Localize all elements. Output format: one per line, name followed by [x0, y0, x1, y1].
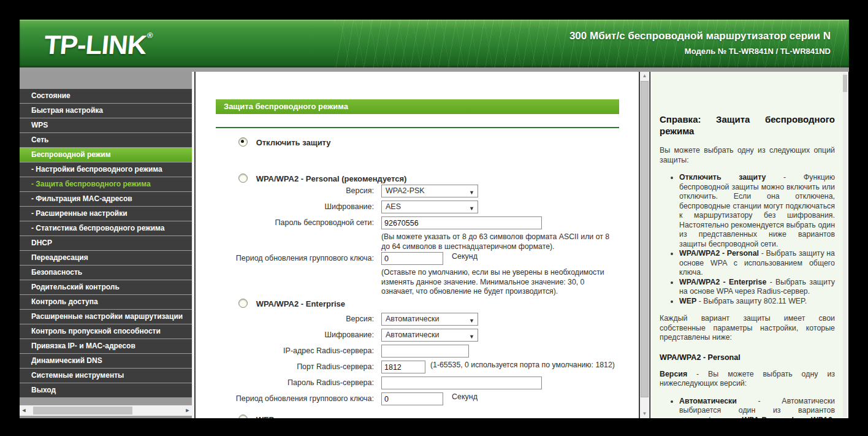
sidebar-item[interactable]: Системные инструменты: [20, 369, 192, 383]
help-personal-heading: WPA/WPA2 - Personal: [660, 353, 835, 362]
enterprise-version-row: Версия: Автоматически▼: [216, 313, 639, 326]
sidebar-horizontal-scrollbar[interactable]: ◄ ►: [20, 405, 192, 416]
main-content: Защита беспроводного режима Отключить за…: [196, 72, 639, 418]
enterprise-group-key-input[interactable]: [381, 392, 443, 405]
dropdown-icon: ▼: [469, 187, 474, 199]
personal-encryption-select[interactable]: AES▼: [381, 201, 478, 213]
sidebar-item[interactable]: Динамический DNS: [20, 354, 192, 368]
radius-ip-label: IP-адрес Radius-сервера:: [216, 346, 374, 355]
sidebar-nav: СостояниеБыстрая настройкаWPSСетьБеспров…: [20, 72, 192, 418]
help-intro: Вы можете выбрать одну из следующих опци…: [660, 146, 835, 165]
radius-port-input[interactable]: [381, 361, 425, 373]
sidebar-item[interactable]: Переадресация: [20, 251, 192, 265]
wpa-enterprise-radio[interactable]: [238, 299, 248, 308]
radius-port-row: Порт Radius-сервера: (1-65535, 0 использ…: [216, 361, 639, 374]
title-divider: [216, 127, 619, 128]
scroll-down-icon[interactable]: ▼: [640, 410, 649, 418]
wireless-password-label: Пароль беспроводной сети:: [216, 218, 374, 227]
personal-version-value: WPA2-PSK: [386, 186, 425, 195]
sidebar-item[interactable]: WPS: [20, 118, 192, 132]
enterprise-version-select[interactable]: Автоматически▼: [381, 313, 478, 326]
enterprise-version-value: Автоматически: [386, 315, 439, 323]
logo-text: TP-LINK: [43, 30, 148, 59]
sidebar-scrollbar-thumb[interactable]: [33, 407, 132, 415]
help-option-item: WPA/WPA2 - Enterprise - Выбрать защиту н…: [679, 278, 835, 297]
wpa-enterprise-label: WPA/WPA2 - Enterprise: [256, 299, 345, 308]
personal-version-select[interactable]: WPA2-PSK▼: [381, 185, 478, 197]
dropdown-icon: ▼: [469, 331, 474, 343]
security-option-personal: WPA/WPA2 - Personal (рекомендуется): [238, 174, 406, 183]
main-vertical-scrollbar[interactable]: ▲ ▼: [640, 72, 649, 418]
password-note: (Вы можете указать от 8 до 63 символов ф…: [381, 232, 613, 251]
header-banner: TP-LINK® 300 Мбит/с беспроводной маршрут…: [20, 20, 849, 67]
group-key-label: Период обновления группового ключа:: [216, 254, 374, 262]
page-title: Защита беспроводного режима: [216, 99, 619, 114]
sidebar-item[interactable]: Контроль пропускной способности: [20, 324, 192, 338]
sidebar-item[interactable]: Выход: [20, 383, 192, 397]
seconds-label: Секунд: [452, 392, 478, 401]
wireless-password-input[interactable]: [381, 216, 542, 229]
enterprise-group-key-row: Период обновления группового ключа: Секу…: [216, 392, 639, 406]
personal-group-key-row: Период обновления группового ключа: Секу…: [216, 252, 639, 266]
seconds-label: Секунд: [452, 252, 478, 261]
radius-password-row: Пароль Radius-сервера:: [216, 377, 639, 390]
radius-password-input[interactable]: [381, 377, 542, 389]
registered-mark: ®: [147, 31, 153, 40]
router-admin-page: { "header": { "logo": "TP-LINK", "logo_r…: [0, 0, 868, 436]
security-option-enterprise: WPA/WPA2 - Enterprise: [238, 299, 345, 308]
help-version-item: Автоматически - Автоматически выбирается…: [679, 397, 835, 419]
enterprise-encryption-label: Шифрование:: [216, 331, 374, 339]
security-option-wep: WEP: [238, 415, 274, 418]
scroll-up-icon[interactable]: ▲: [640, 72, 649, 80]
enterprise-encryption-select[interactable]: Автоматически▼: [381, 329, 478, 342]
sidebar-item[interactable]: Контроль доступа: [20, 295, 192, 309]
main-scrollbar-thumb[interactable]: [641, 81, 649, 397]
radius-port-label: Порт Radius-сервера:: [216, 362, 374, 371]
sidebar-item[interactable]: Быстрая настройка: [20, 104, 192, 118]
sidebar-item[interactable]: Сеть: [20, 133, 192, 147]
sidebar-item[interactable]: Расширенные настройки маршрутизации: [20, 310, 192, 324]
wpa-personal-label: WPA/WPA2 - Personal (рекомендуется): [256, 174, 407, 183]
wep-radio[interactable]: [238, 415, 248, 418]
group-key-note: (Оставьте по умолчанию, если вы не увере…: [381, 268, 613, 297]
sidebar-item[interactable]: DHCP: [20, 236, 192, 250]
help-vertical-scrollbar[interactable]: [843, 73, 847, 417]
scroll-right-icon[interactable]: ►: [183, 405, 192, 416]
help-panel-left-border: [649, 72, 650, 418]
sidebar-item[interactable]: Привязка IP- и MAC-адресов: [20, 339, 192, 353]
sidebar-item[interactable]: - Настройки беспроводного режима: [20, 163, 192, 177]
sidebar-item[interactable]: Безопасность: [20, 266, 192, 280]
personal-version-row: Версия: WPA2-PSK▼: [216, 185, 639, 198]
security-option-disable: Отключить защиту: [238, 137, 331, 147]
help-panel: Справка: Защита беспроводного режима Вы …: [650, 72, 848, 418]
personal-version-label: Версия:: [216, 186, 374, 195]
dropdown-icon: ▼: [469, 203, 474, 215]
wpa-personal-radio[interactable]: [238, 174, 248, 183]
sidebar-item[interactable]: Беспроводной режим: [20, 148, 192, 162]
product-model: Модель № TL-WR841N / TL-WR841ND: [569, 47, 831, 56]
personal-group-key-input[interactable]: [381, 252, 443, 265]
product-name: 300 Мбит/с беспроводной маршрутизатор се…: [569, 30, 831, 42]
disable-security-radio[interactable]: [238, 137, 248, 147]
sidebar-item[interactable]: Родительский контроль: [20, 280, 192, 294]
header-divider-strip: [20, 67, 849, 72]
sidebar-item[interactable]: - Фильтрация MAC-адресов: [20, 192, 192, 206]
help-scrollbar-thumb[interactable]: [843, 75, 847, 92]
disable-security-label: Отключить защиту: [256, 138, 331, 147]
dropdown-icon: ▼: [469, 315, 474, 327]
sidebar-item[interactable]: - Защита беспроводного режима: [20, 177, 192, 191]
sidebar-menu: СостояниеБыстрая настройкаWPSСетьБеспров…: [20, 72, 192, 397]
sidebar-item[interactable]: Состояние: [20, 89, 192, 103]
radius-ip-row: IP-адрес Radius-сервера:: [216, 345, 639, 358]
help-title: Справка: Защита беспроводного режима: [660, 113, 835, 137]
tplink-logo: TP-LINK®: [43, 30, 153, 60]
help-version-paragraph: Версия - Вы можете выбрать одну из нижес…: [660, 370, 835, 389]
radius-password-label: Пароль Radius-сервера:: [216, 378, 374, 387]
radius-ip-input[interactable]: [381, 345, 469, 358]
help-option-item: WEP - Выбрать защиту 802.11 WEP.: [679, 297, 835, 307]
sidebar-item[interactable]: - Расширенные настройки: [20, 207, 192, 221]
personal-encryption-row: Шифрование: AES▼: [216, 201, 639, 214]
scroll-left-icon[interactable]: ◄: [20, 405, 28, 416]
help-options-list: Отключить защиту - Функцию беспроводной …: [660, 173, 835, 306]
sidebar-item[interactable]: - Статистика беспроводного режима: [20, 221, 192, 235]
